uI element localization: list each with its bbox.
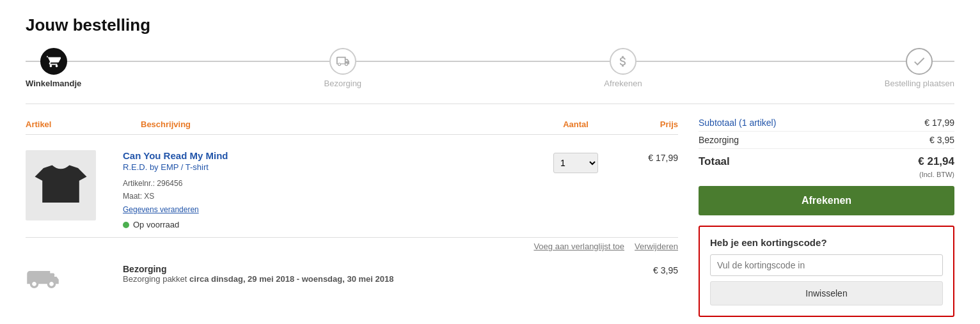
summary-subtotal-row: Subtotaal (1 artikel) € 17,99: [699, 114, 954, 132]
totaal-label: Totaal: [699, 155, 730, 168]
col-header-artikel: Artikel: [26, 120, 141, 129]
cart-section: Artikel Beschrijving Aantal Prijs: [26, 114, 678, 317]
step-circle-winkelmandje: [40, 48, 67, 75]
discount-input[interactable]: [710, 254, 943, 276]
stock-dot: [123, 222, 129, 228]
progress-bar: Winkelmandje Bezorging Afrekenen Bestell…: [26, 48, 954, 88]
tshirt-image: [32, 157, 90, 214]
item-brand: R.E.D. by EMP / T-shirt: [123, 162, 537, 172]
summary-section: Subtotaal (1 artikel) € 17,99 Bezorging …: [699, 114, 954, 317]
col-header-beschrijving: Beschrijving: [141, 120, 537, 129]
item-name: Can You Read My Mind: [123, 150, 537, 161]
bezorging-label: Bezorging: [699, 135, 739, 145]
subtotal-value: € 17,99: [924, 118, 954, 128]
step-circle-bezorging: [329, 48, 356, 75]
summary-bezorging-row: Bezorging € 3,95: [699, 132, 954, 149]
main-divider: [26, 104, 954, 104]
step-bestelling-plaatsen: Bestelling plaatsen: [885, 48, 954, 88]
delivery-info: Bezorging Bezorging pakket circa dinsdag…: [115, 264, 537, 284]
remove-link[interactable]: Verwijderen: [635, 242, 678, 251]
delivery-icon-container: [26, 264, 115, 289]
quantity-select[interactable]: 1 2 3 4 5: [553, 153, 598, 173]
bezorging-value: € 3,95: [929, 135, 954, 145]
discount-button[interactable]: Inwisselen: [710, 281, 943, 305]
delivery-price: € 3,95: [614, 264, 678, 275]
discount-box: Heb je een kortingscode? Inwisselen: [699, 226, 954, 317]
step-circle-afrekenen: [610, 48, 636, 75]
incl-btw: (Incl. BTW): [699, 171, 954, 178]
delivery-date: circa dinsdag, 29 mei 2018 - woensdag, 3…: [189, 274, 393, 284]
page-title: Jouw bestelling: [26, 15, 954, 35]
discount-title: Heb je een kortingscode?: [710, 237, 943, 248]
step-afrekenen: Afrekenen: [604, 48, 642, 88]
table-header: Artikel Beschrijving Aantal Prijs: [26, 114, 678, 135]
subtotal-label: Subtotaal (1 artikel): [699, 118, 776, 128]
col-header-prijs: Prijs: [614, 120, 678, 129]
item-details: Can You Read My Mind R.E.D. by EMP / T-s…: [115, 150, 537, 229]
progress-line-bg: [26, 61, 954, 62]
add-to-wishlist-link[interactable]: Voeg aan verlanglijst toe: [533, 242, 624, 251]
stock-label: Op voorraad: [133, 220, 179, 229]
step-label-bestelling: Bestelling plaatsen: [885, 79, 954, 88]
truck-icon: [26, 264, 60, 289]
main-layout: Artikel Beschrijving Aantal Prijs: [26, 114, 954, 317]
item-qty-container: 1 2 3 4 5: [537, 150, 614, 173]
in-stock-indicator: Op voorraad: [123, 220, 537, 229]
delivery-title: Bezorging: [123, 264, 537, 274]
step-label-bezorging: Bezorging: [324, 79, 362, 88]
item-maat: Maat: XS: [123, 190, 537, 203]
summary-total-row: Totaal € 21,94: [699, 149, 954, 171]
step-label-winkelmandje: Winkelmandje: [26, 79, 81, 88]
delivery-desc: Bezorging pakket circa dinsdag, 29 mei 2…: [123, 274, 537, 284]
item-actions: Voeg aan verlanglijst toe Verwijderen: [26, 238, 678, 254]
item-image-box: [26, 150, 96, 220]
step-circle-bestelling: [906, 48, 933, 75]
cart-item: Can You Read My Mind R.E.D. by EMP / T-s…: [26, 143, 678, 238]
item-meta: Artikelnr.: 296456 Maat: XS Gegevens ver…: [123, 177, 537, 216]
delivery-desc-text: Bezorging pakket: [123, 274, 189, 284]
totaal-value: € 21,94: [918, 155, 954, 168]
step-label-afrekenen: Afrekenen: [604, 79, 642, 88]
col-header-aantal: Aantal: [537, 120, 614, 129]
delivery-row: Bezorging Bezorging pakket circa dinsdag…: [26, 254, 678, 300]
item-artikelnr: Artikelnr.: 296456: [123, 177, 537, 190]
gegevens-veranderen-link[interactable]: Gegevens veranderen: [123, 205, 199, 214]
step-winkelmandje: Winkelmandje: [26, 48, 81, 88]
item-image-container: [26, 150, 115, 220]
item-price: € 17,99: [614, 150, 678, 163]
checkout-button[interactable]: Afrekenen: [699, 186, 954, 215]
step-bezorging: Bezorging: [324, 48, 362, 88]
